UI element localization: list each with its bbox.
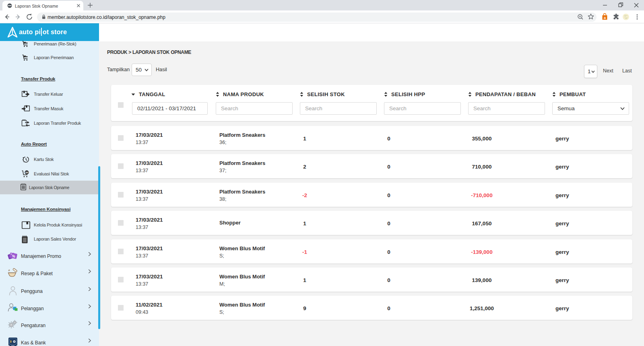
- svg-text:RP: RP: [25, 171, 29, 174]
